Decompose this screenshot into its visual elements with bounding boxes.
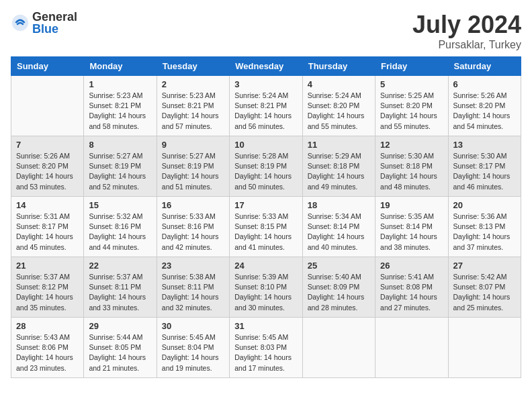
day-info: Sunrise: 5:31 AM Sunset: 8:17 PM Dayligh… [16,212,79,253]
day-info: Sunrise: 5:37 AM Sunset: 8:11 PM Dayligh… [89,272,151,313]
calendar-header-row: SundayMondayTuesdayWednesdayThursdayFrid… [11,57,521,76]
day-number: 16 [162,200,224,210]
day-info: Sunrise: 5:30 AM Sunset: 8:18 PM Dayligh… [380,151,443,192]
calendar-week-row: 21Sunrise: 5:37 AM Sunset: 8:12 PM Dayli… [11,257,521,318]
day-number: 1 [89,79,151,89]
title-block: July 2024 Pursaklar, Turkey [412,11,521,51]
calendar-cell: 9Sunrise: 5:27 AM Sunset: 8:19 PM Daylig… [157,136,229,197]
day-info: Sunrise: 5:24 AM Sunset: 8:20 PM Dayligh… [308,91,370,132]
logo: General Blue [11,11,77,35]
calendar-cell [448,318,521,378]
calendar-cell: 14Sunrise: 5:31 AM Sunset: 8:17 PM Dayli… [11,197,84,257]
calendar-cell: 23Sunrise: 5:38 AM Sunset: 8:11 PM Dayli… [157,257,229,318]
calendar-cell: 18Sunrise: 5:34 AM Sunset: 8:14 PM Dayli… [302,197,375,257]
calendar-cell [11,76,84,136]
calendar-cell: 3Sunrise: 5:24 AM Sunset: 8:21 PM Daylig… [230,76,302,136]
calendar-cell [375,318,448,378]
day-number: 11 [308,140,370,150]
calendar-cell: 16Sunrise: 5:33 AM Sunset: 8:16 PM Dayli… [157,197,229,257]
day-number: 24 [234,261,297,271]
day-info: Sunrise: 5:36 AM Sunset: 8:13 PM Dayligh… [453,212,516,253]
day-number: 23 [162,261,224,271]
day-number: 19 [380,200,443,210]
calendar-table: SundayMondayTuesdayWednesdayThursdayFrid… [11,56,521,378]
day-number: 6 [453,79,516,89]
page-title: July 2024 [412,11,521,39]
calendar-cell: 27Sunrise: 5:42 AM Sunset: 8:07 PM Dayli… [448,257,521,318]
day-number: 2 [162,79,224,89]
day-info: Sunrise: 5:37 AM Sunset: 8:12 PM Dayligh… [16,272,79,313]
col-header-saturday: Saturday [448,57,521,76]
calendar-cell: 31Sunrise: 5:45 AM Sunset: 8:03 PM Dayli… [230,318,302,378]
calendar-cell: 6Sunrise: 5:26 AM Sunset: 8:20 PM Daylig… [448,76,521,136]
day-number: 25 [308,261,370,271]
day-number: 27 [453,261,516,271]
day-number: 14 [16,200,79,210]
calendar-cell: 5Sunrise: 5:25 AM Sunset: 8:20 PM Daylig… [375,76,448,136]
calendar-cell: 24Sunrise: 5:39 AM Sunset: 8:10 PM Dayli… [230,257,302,318]
day-info: Sunrise: 5:33 AM Sunset: 8:16 PM Dayligh… [162,212,224,253]
day-info: Sunrise: 5:35 AM Sunset: 8:14 PM Dayligh… [380,212,443,253]
day-number: 28 [16,321,79,331]
calendar-cell: 26Sunrise: 5:41 AM Sunset: 8:08 PM Dayli… [375,257,448,318]
calendar-week-row: 14Sunrise: 5:31 AM Sunset: 8:17 PM Dayli… [11,197,521,257]
day-info: Sunrise: 5:30 AM Sunset: 8:17 PM Dayligh… [453,151,516,192]
day-number: 29 [89,321,151,331]
day-info: Sunrise: 5:27 AM Sunset: 8:19 PM Dayligh… [89,151,151,192]
calendar-cell: 8Sunrise: 5:27 AM Sunset: 8:19 PM Daylig… [84,136,157,197]
calendar-cell: 17Sunrise: 5:33 AM Sunset: 8:15 PM Dayli… [230,197,302,257]
calendar-cell: 11Sunrise: 5:29 AM Sunset: 8:18 PM Dayli… [302,136,375,197]
day-info: Sunrise: 5:27 AM Sunset: 8:19 PM Dayligh… [162,151,224,192]
calendar-cell: 10Sunrise: 5:28 AM Sunset: 8:19 PM Dayli… [230,136,302,197]
day-number: 26 [380,261,443,271]
calendar-week-row: 1Sunrise: 5:23 AM Sunset: 8:21 PM Daylig… [11,76,521,136]
calendar-cell: 2Sunrise: 5:23 AM Sunset: 8:21 PM Daylig… [157,76,229,136]
calendar-week-row: 28Sunrise: 5:43 AM Sunset: 8:06 PM Dayli… [11,318,521,378]
day-info: Sunrise: 5:40 AM Sunset: 8:09 PM Dayligh… [308,272,370,313]
day-info: Sunrise: 5:29 AM Sunset: 8:18 PM Dayligh… [308,151,370,192]
day-number: 5 [380,79,443,89]
day-info: Sunrise: 5:23 AM Sunset: 8:21 PM Dayligh… [162,91,224,132]
day-info: Sunrise: 5:45 AM Sunset: 8:03 PM Dayligh… [234,332,297,373]
day-info: Sunrise: 5:33 AM Sunset: 8:15 PM Dayligh… [234,212,297,253]
day-number: 3 [234,79,297,89]
day-number: 30 [162,321,224,331]
day-info: Sunrise: 5:43 AM Sunset: 8:06 PM Dayligh… [16,332,79,373]
day-number: 22 [89,261,151,271]
day-info: Sunrise: 5:39 AM Sunset: 8:10 PM Dayligh… [234,272,297,313]
calendar-cell: 20Sunrise: 5:36 AM Sunset: 8:13 PM Dayli… [448,197,521,257]
day-info: Sunrise: 5:28 AM Sunset: 8:19 PM Dayligh… [234,151,297,192]
day-info: Sunrise: 5:26 AM Sunset: 8:20 PM Dayligh… [16,151,79,192]
calendar-cell: 21Sunrise: 5:37 AM Sunset: 8:12 PM Dayli… [11,257,84,318]
logo-blue-text: Blue [32,23,77,35]
day-number: 20 [453,200,516,210]
calendar-cell: 15Sunrise: 5:32 AM Sunset: 8:16 PM Dayli… [84,197,157,257]
day-info: Sunrise: 5:24 AM Sunset: 8:21 PM Dayligh… [234,91,297,132]
calendar-cell: 22Sunrise: 5:37 AM Sunset: 8:11 PM Dayli… [84,257,157,318]
calendar-cell: 25Sunrise: 5:40 AM Sunset: 8:09 PM Dayli… [302,257,375,318]
day-number: 21 [16,261,79,271]
calendar-cell: 13Sunrise: 5:30 AM Sunset: 8:17 PM Dayli… [448,136,521,197]
calendar-cell: 28Sunrise: 5:43 AM Sunset: 8:06 PM Dayli… [11,318,84,378]
day-info: Sunrise: 5:42 AM Sunset: 8:07 PM Dayligh… [453,272,516,313]
calendar-week-row: 7Sunrise: 5:26 AM Sunset: 8:20 PM Daylig… [11,136,521,197]
day-number: 8 [89,140,151,150]
col-header-tuesday: Tuesday [157,57,229,76]
day-number: 31 [234,321,297,331]
day-info: Sunrise: 5:38 AM Sunset: 8:11 PM Dayligh… [162,272,224,313]
calendar-cell: 7Sunrise: 5:26 AM Sunset: 8:20 PM Daylig… [11,136,84,197]
page-header: General Blue July 2024 Pursaklar, Turkey [11,11,521,51]
col-header-friday: Friday [375,57,448,76]
day-info: Sunrise: 5:41 AM Sunset: 8:08 PM Dayligh… [380,272,443,313]
day-number: 9 [162,140,224,150]
day-number: 13 [453,140,516,150]
day-number: 7 [16,140,79,150]
col-header-thursday: Thursday [302,57,375,76]
logo-general-text: General [32,11,77,23]
calendar-cell: 19Sunrise: 5:35 AM Sunset: 8:14 PM Dayli… [375,197,448,257]
logo-icon [11,13,30,32]
day-info: Sunrise: 5:34 AM Sunset: 8:14 PM Dayligh… [308,212,370,253]
day-number: 15 [89,200,151,210]
day-number: 4 [308,79,370,89]
page-subtitle: Pursaklar, Turkey [412,39,521,51]
